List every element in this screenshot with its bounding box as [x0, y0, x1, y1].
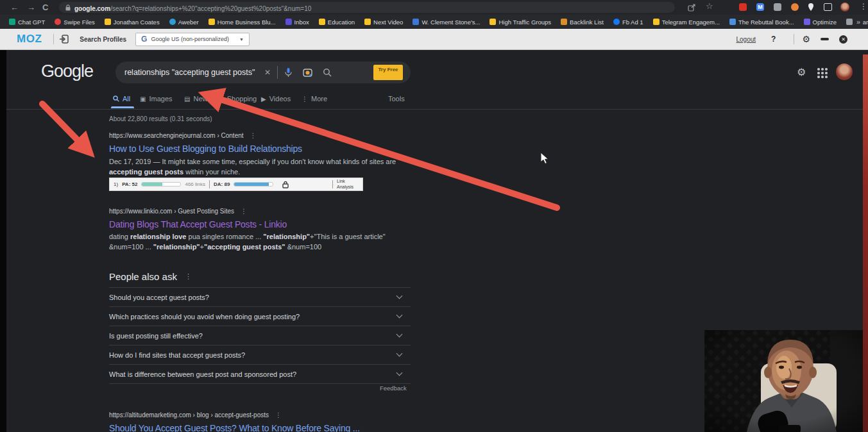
tab-more[interactable]: ⋮More — [302, 95, 327, 103]
divider — [209, 180, 210, 188]
link-analysis-button[interactable]: Link Analysis — [337, 179, 359, 190]
google-apps-grid-icon[interactable] — [817, 68, 828, 78]
account-avatar[interactable] — [836, 63, 853, 80]
bookmark-folder-icon — [208, 19, 215, 25]
search-profile-dropdown[interactable]: G Google US (non-personalized) ▼ — [135, 33, 250, 46]
back-icon[interactable]: ← — [10, 0, 19, 15]
result-snippet: Dec 17, 2019 — It might take some time, … — [109, 157, 416, 177]
bookmarks-overflow-chevron[interactable]: » — [854, 15, 863, 29]
chevron-down-icon — [396, 370, 403, 376]
extension-icon-mail[interactable]: M — [756, 3, 764, 11]
bookmark-folder-icon — [489, 19, 496, 25]
presenter-video — [704, 330, 863, 432]
result-title-link[interactable]: Dating Blogs That Accept Guest Posts - L… — [109, 219, 287, 229]
lock-icon — [65, 4, 71, 11]
tab-videos[interactable]: ▶Videos — [261, 95, 291, 103]
search-box[interactable]: relationships "accepting guest posts" ✕ … — [115, 62, 411, 83]
forward-icon[interactable]: → — [27, 0, 35, 15]
close-icon[interactable]: ✕ — [839, 35, 847, 44]
reload-icon[interactable]: C — [42, 0, 48, 15]
pa-score-bar — [141, 182, 181, 187]
da-score: DA: 89 — [214, 181, 230, 187]
bookmark-item[interactable]: Telegram Engagem... — [653, 19, 720, 26]
extension-icon-orange[interactable] — [791, 3, 799, 11]
share-icon[interactable] — [688, 3, 696, 12]
more-tab-icon: ⋮ — [302, 96, 308, 103]
bookmark-item[interactable]: Aweber — [169, 19, 199, 26]
result-breadcrumb[interactable]: https://altitudemarketing.com › blog › a… — [109, 411, 282, 419]
paa-question[interactable]: Should you accept guest posts? — [109, 288, 411, 307]
bookmark-item[interactable]: Jonathan Coates — [105, 19, 160, 26]
browser-profile-avatar[interactable] — [840, 3, 849, 12]
paa-question[interactable]: What is difference between guest post an… — [109, 365, 411, 384]
links-count[interactable]: 466 links — [185, 181, 205, 187]
moz-logo: MOZ — [17, 33, 42, 46]
feedback-link[interactable]: Feedback — [380, 385, 407, 392]
tab-images[interactable]: ▣Images — [140, 95, 173, 103]
google-g-icon: G — [141, 35, 147, 44]
bookmark-item[interactable]: The Rebuttal Book... — [729, 19, 794, 26]
bookmark-item[interactable]: Swipe Files — [55, 19, 95, 26]
extension-icon-gray[interactable] — [774, 3, 781, 11]
paa-question[interactable]: Is guest posting still effective? — [109, 326, 411, 345]
images-tab-icon: ▣ — [140, 96, 146, 103]
bookmark-item[interactable]: W. Clement Stone's... — [413, 19, 480, 26]
browser-menu-icon[interactable]: ⋮ — [860, 2, 867, 11]
settings-gear-icon[interactable]: ⚙ — [797, 66, 806, 78]
pin-extension-icon[interactable] — [807, 3, 815, 12]
bookmark-item[interactable]: Optimize — [804, 19, 837, 26]
result-title-link[interactable]: Should You Accept Guest Posts? What to K… — [109, 423, 360, 432]
bookmark-item[interactable]: Chat GPT — [9, 19, 45, 26]
search-query-text: relationships "accepting guest posts" — [124, 68, 260, 77]
moz-settings-gear-icon[interactable]: ⚙ — [802, 34, 810, 44]
moz-signout-icon[interactable] — [59, 34, 69, 44]
result-title-link[interactable]: How to Use Guest Blogging to Build Relat… — [109, 144, 302, 154]
result-menu-icon[interactable]: ⋮ — [241, 208, 247, 215]
result-menu-icon[interactable]: ⋮ — [250, 132, 257, 139]
people-also-ask-title: People also ask — [109, 271, 177, 282]
bookmark-item[interactable]: Backlink List — [561, 19, 604, 26]
try-free-button[interactable]: Try Free — [373, 65, 403, 80]
paa-menu-icon[interactable]: ⋮ — [185, 272, 192, 281]
paa-question[interactable]: Which practices should you avoid when do… — [109, 307, 411, 326]
tab-shopping[interactable]: ◈Shopping — [219, 95, 257, 103]
header-divider — [6, 109, 863, 110]
bookmark-icon — [55, 19, 61, 25]
chevron-down-icon — [396, 331, 403, 338]
help-button[interactable]: ? — [771, 35, 776, 44]
bookmark-star-icon[interactable]: ☆ — [706, 1, 713, 11]
address-bar[interactable]: google.com/search?q=relationships+%20"ac… — [59, 2, 675, 13]
google-lens-icon[interactable] — [303, 68, 312, 77]
logout-link[interactable]: Logout — [736, 36, 756, 43]
divider — [332, 180, 333, 188]
bookmark-item[interactable]: Inbox — [285, 19, 309, 26]
tab-all[interactable]: All — [113, 95, 130, 103]
bookmark-item[interactable]: Home Business Blu... — [208, 19, 276, 26]
bookmark-item[interactable]: Education — [319, 19, 355, 26]
bookmark-folder-icon — [653, 19, 660, 25]
bookmark-folder-icon — [319, 19, 325, 25]
chevron-down-icon — [396, 351, 403, 357]
result-menu-icon[interactable]: ⋮ — [275, 411, 282, 419]
result-breadcrumb[interactable]: https://www.searchenginejournal.com › Co… — [109, 132, 257, 139]
search-tab-icon — [113, 96, 119, 102]
mouse-cursor — [541, 153, 548, 164]
bookmark-icon — [413, 19, 419, 25]
extension-icon-red[interactable] — [739, 3, 747, 11]
voice-search-mic-icon[interactable] — [284, 67, 293, 78]
clear-search-icon[interactable]: ✕ — [264, 68, 271, 77]
profile-value: Google US (non-personalized) — [151, 36, 229, 42]
bookmarks-bar: Chat GPT Swipe Files Jonathan Coates Awe… — [0, 15, 868, 29]
search-submit-icon[interactable] — [323, 68, 332, 77]
paa-question[interactable]: How do I find sites that accept guest po… — [109, 345, 411, 365]
bookmark-item[interactable]: Next Video — [364, 19, 403, 26]
news-tab-icon: ▤ — [184, 96, 190, 103]
video-letterbox-strip — [0, 50, 6, 432]
result-breadcrumb[interactable]: https://www.linkio.com › Guest Posting S… — [109, 208, 247, 215]
tab-news[interactable]: ▤News — [184, 95, 211, 103]
minimize-icon[interactable] — [821, 38, 829, 40]
tools-button[interactable]: Tools — [388, 95, 405, 103]
bookmark-item[interactable]: Fb Ad 1 — [613, 19, 643, 26]
side-panel-icon[interactable] — [824, 3, 832, 11]
bookmark-item[interactable]: High Traffic Groups — [489, 19, 551, 26]
